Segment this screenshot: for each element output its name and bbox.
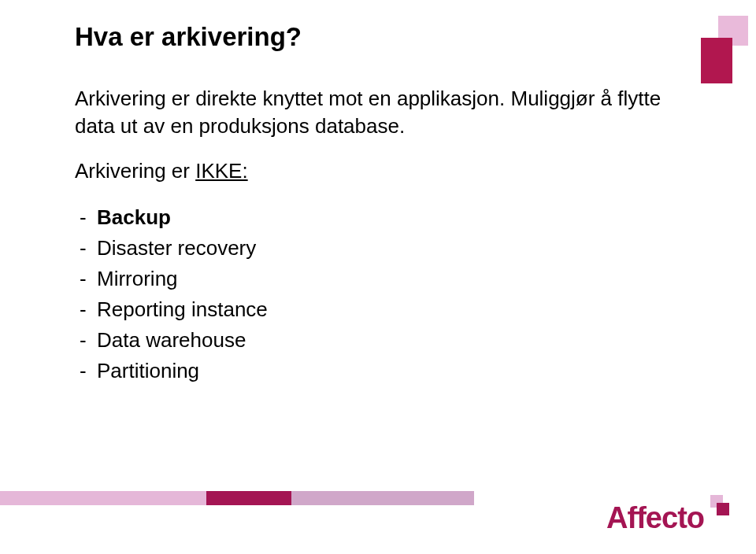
paragraph-1: Arkivering er direkte knyttet mot en app… bbox=[75, 85, 681, 140]
logo-squares-icon bbox=[706, 493, 729, 525]
paragraph-2: Arkivering er IKKE: bbox=[75, 157, 681, 185]
list-item-text: Disaster recovery bbox=[97, 236, 256, 260]
list-item-text: Backup bbox=[97, 205, 171, 229]
brand-logo: Affecto bbox=[606, 501, 729, 535]
logo-square-dark bbox=[717, 503, 729, 515]
paragraph-2-underlined: IKKE: bbox=[195, 159, 247, 183]
list-item: Partitioning bbox=[97, 356, 681, 386]
footer-bar-2 bbox=[206, 491, 291, 505]
list-item-text: Mirroring bbox=[97, 267, 178, 290]
list-item-text: Reporting instance bbox=[97, 297, 268, 321]
corner-square-dark bbox=[701, 38, 732, 83]
list-item: Backup bbox=[97, 202, 681, 233]
list-item: Data warehouse bbox=[97, 325, 681, 356]
list-item: Mirroring bbox=[97, 264, 681, 294]
slide-title: Hva er arkivering? bbox=[75, 22, 681, 52]
slide-container: Hva er arkivering? Arkivering er direkte… bbox=[0, 0, 756, 554]
logo-text: Affecto bbox=[606, 501, 704, 535]
paragraph-2-prefix: Arkivering er bbox=[75, 159, 195, 183]
not-list: Backup Disaster recovery Mirroring Repor… bbox=[75, 202, 681, 386]
list-item-text: Partitioning bbox=[97, 359, 199, 382]
corner-decoration bbox=[701, 16, 748, 85]
list-item: Reporting instance bbox=[97, 294, 681, 325]
list-item-text: Data warehouse bbox=[97, 328, 246, 352]
list-item: Disaster recovery bbox=[97, 233, 681, 264]
footer-bar-3 bbox=[291, 491, 474, 505]
footer-bar-1 bbox=[0, 491, 206, 505]
footer-color-bars bbox=[0, 491, 474, 505]
